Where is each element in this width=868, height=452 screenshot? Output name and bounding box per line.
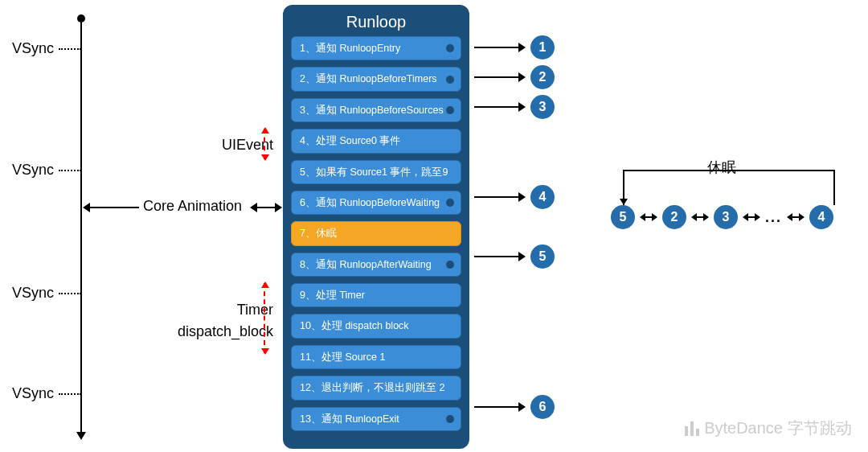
runloop-step: 13、通知 RunloopExit (291, 407, 461, 431)
vsync-label: VSync (12, 40, 81, 57)
runloop-step: 11、处理 Source 1 (291, 345, 461, 369)
core-animation-arrow-left (84, 207, 139, 208)
runloop-step: 6、通知 RunloopBeforeWaiting (291, 191, 461, 215)
watermark-en: ByteDance (704, 419, 783, 438)
vsync-label: VSync (12, 285, 81, 302)
observer-arrow (474, 47, 524, 48)
red-span-timer (264, 283, 265, 353)
core-animation-arrow-right (252, 207, 280, 208)
seq-node: 4 (809, 205, 833, 229)
runloop-step: 2、通知 RunloopBeforeTimers (291, 67, 461, 91)
seq-link-icon (788, 216, 803, 218)
side-label-core-animation: Core Animation (143, 198, 242, 215)
observer-badge: 2 (530, 65, 555, 89)
runloop-step: 5、如果有 Source1 事件，跳至9 (291, 160, 461, 184)
observer-arrow (474, 76, 524, 78)
seq-link-icon (693, 216, 707, 218)
observer-badge: 6 (530, 395, 555, 419)
sleep-label: 休眠 (707, 158, 736, 177)
observer-arrow (474, 406, 524, 408)
runloop-step: 12、退出判断，不退出则跳至 2 (291, 376, 461, 400)
vsync-label: VSync (12, 385, 81, 402)
runloop-panel: Runloop 1、通知 RunloopEntry 2、通知 RunloopBe… (283, 5, 469, 449)
runloop-step: 8、通知 RunloopAfterWaiting (291, 253, 461, 277)
observer-sequence: 5 2 3 ... 4 (611, 205, 833, 229)
red-span-uievent (264, 129, 265, 159)
runloop-title: Runloop (291, 13, 461, 31)
observer-badge: 1 (530, 35, 555, 60)
observer-arrow (474, 196, 524, 198)
seq-node: 3 (714, 205, 738, 229)
vsync-timeline (80, 16, 82, 438)
side-label-uievent: UIEvent (145, 137, 273, 154)
observer-arrow (474, 106, 524, 108)
vsync-label: VSync (12, 162, 81, 179)
runloop-step: 1、通知 RunloopEntry (291, 36, 461, 60)
observer-badge: 4 (530, 185, 555, 209)
watermark-cn: 字节跳动 (788, 417, 852, 439)
side-label-timer: Timer dispatch_block (145, 299, 273, 343)
runloop-step-sleep: 7、休眠 (291, 221, 461, 245)
bytedance-logo-icon (685, 421, 699, 436)
observer-badge: 3 (530, 95, 555, 119)
runloop-step: 10、处理 dispatch block (291, 314, 461, 338)
runloop-step: 4、处理 Source0 事件 (291, 129, 461, 153)
observer-badge: 5 (530, 244, 555, 269)
seq-ellipsis: ... (765, 209, 782, 226)
seq-link-icon (641, 216, 656, 218)
observer-arrow (474, 256, 524, 257)
bytedance-watermark: ByteDance 字节跳动 (685, 417, 852, 439)
seq-link-icon (744, 216, 759, 218)
seq-node: 2 (662, 205, 686, 229)
runloop-step: 9、处理 Timer (291, 283, 461, 307)
seq-node: 5 (611, 205, 635, 229)
runloop-step: 3、通知 RunloopBeforeSources (291, 98, 461, 122)
